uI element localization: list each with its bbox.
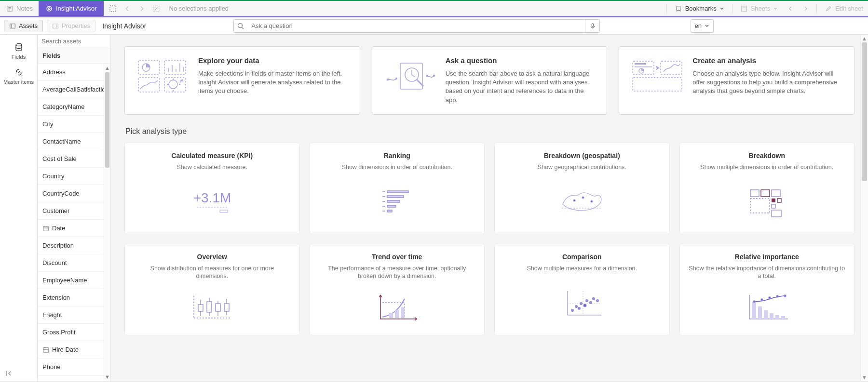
field-item[interactable]: Freight	[38, 306, 110, 324]
rail-master-items[interactable]: Master items	[0, 64, 37, 89]
selection-tool-icon[interactable]	[108, 4, 117, 13]
field-item[interactable]: Phone	[38, 358, 110, 376]
field-item[interactable]: Cost of Sale	[38, 150, 110, 168]
field-label: Hire Date	[52, 346, 79, 353]
analysis-type-card[interactable]: RankingShow dimensions in order of contr…	[310, 143, 485, 234]
analysis-type-desc: Show distribution of measures for one or…	[134, 265, 291, 280]
calendar-icon	[42, 225, 49, 232]
assets-button[interactable]: Assets	[4, 20, 43, 32]
analysis-type-card[interactable]: Calculated measure (KPI)Show calculated …	[124, 143, 300, 234]
collapse-rail-button[interactable]	[0, 366, 37, 381]
analysis-type-desc: Show multiple measures for a dimension.	[503, 265, 661, 272]
ask-question-search[interactable]	[233, 19, 600, 33]
scroll-down-icon[interactable]: ▼	[861, 374, 868, 380]
field-item[interactable]: Country	[38, 168, 110, 185]
microphone-button[interactable]	[585, 20, 599, 32]
field-label: Description	[42, 242, 74, 249]
fields-scrollbar[interactable]: ▲ ▼	[104, 64, 110, 381]
svg-rect-50	[216, 304, 220, 311]
analysis-type-desc: Show the relative importance of dimensio…	[689, 265, 846, 280]
svg-text:+3.1M: +3.1M	[193, 190, 231, 205]
page-title: Insight Advisor	[102, 22, 146, 30]
panel-right-icon	[52, 23, 59, 29]
field-item[interactable]: City	[38, 116, 110, 133]
analysis-thumb-icon	[319, 285, 476, 329]
insight-advisor-button[interactable]: Insight Advisor	[39, 1, 104, 16]
analysis-type-card[interactable]: Trend over timeThe performance of a meas…	[310, 244, 485, 335]
insight-advisor-label: Insight Advisor	[56, 5, 97, 12]
sheets-button[interactable]: Sheets	[735, 1, 783, 16]
scroll-down-icon[interactable]: ▼	[104, 372, 110, 381]
svg-rect-16	[43, 347, 49, 352]
svg-point-14	[16, 44, 22, 46]
svg-rect-30	[635, 63, 646, 65]
svg-rect-45	[777, 199, 781, 202]
ask-question-input[interactable]	[247, 20, 585, 32]
analysis-type-card[interactable]: Relative importanceShow the relative imp…	[679, 244, 855, 335]
field-item[interactable]: Hire Date	[38, 341, 110, 358]
field-item[interactable]: Customer	[38, 202, 110, 220]
language-selector[interactable]: en	[691, 19, 714, 33]
rail-fields[interactable]: Fields	[0, 39, 37, 64]
analysis-type-card[interactable]: Breakdown (geospatial)Show geographical …	[494, 143, 670, 234]
analysis-thumb-icon	[503, 277, 661, 329]
clear-selection-icon[interactable]	[152, 4, 161, 13]
intro-body: Use the search bar above to ask a natura…	[446, 69, 597, 105]
analysis-type-title: Comparison	[503, 253, 661, 261]
language-label: en	[695, 22, 702, 29]
properties-button[interactable]: Properties	[47, 20, 95, 32]
svg-point-58	[580, 302, 582, 305]
field-item[interactable]: Address	[38, 64, 110, 81]
insight-icon	[45, 5, 53, 13]
analysis-type-desc: Show multiple dimensions in order of con…	[689, 163, 846, 171]
field-item[interactable]: Extension	[38, 289, 110, 306]
svg-rect-20	[138, 78, 160, 92]
grid-icon[interactable]	[654, 5, 664, 13]
field-item[interactable]: Date	[38, 220, 110, 237]
field-item[interactable]: EmployeeName	[38, 272, 110, 289]
field-item[interactable]: CategoryName	[38, 98, 110, 116]
svg-point-39	[591, 200, 593, 202]
svg-rect-11	[53, 24, 58, 28]
fields-search-input[interactable]	[41, 38, 107, 45]
analysis-type-card[interactable]: ComparisonShow multiple measures for a d…	[494, 244, 670, 335]
svg-rect-68	[775, 315, 779, 319]
calendar-icon	[42, 346, 49, 353]
edit-sheet-button[interactable]: Edit sheet	[820, 1, 868, 16]
selection-forward-icon[interactable]	[137, 4, 146, 13]
scroll-up-icon[interactable]: ▲	[861, 36, 868, 41]
main-scrollbar[interactable]: ▲ ▼	[860, 35, 868, 381]
svg-rect-13	[592, 23, 594, 26]
svg-point-38	[582, 197, 584, 199]
svg-rect-19	[164, 60, 186, 75]
analysis-type-card[interactable]: OverviewShow distribution of measures fo…	[124, 244, 300, 335]
svg-rect-51	[224, 304, 229, 311]
svg-point-74	[784, 295, 786, 297]
intro-card: Explore your dataMake selections in fiel…	[124, 46, 360, 115]
prev-sheet-button[interactable]	[783, 1, 798, 16]
assets-label: Assets	[19, 22, 38, 29]
fields-list[interactable]: AddressAverageCallSatisfactionCategoryNa…	[38, 64, 110, 381]
chevron-down-icon	[719, 6, 724, 11]
analysis-type-card[interactable]: BreakdownShow multiple dimensions in ord…	[679, 143, 855, 234]
collapse-icon	[5, 370, 13, 377]
next-sheet-button[interactable]	[798, 1, 814, 16]
bookmarks-button[interactable]: Bookmarks	[670, 1, 729, 16]
analysis-type-desc: Show calculated measure.	[134, 163, 291, 171]
scroll-up-icon[interactable]: ▲	[104, 64, 110, 72]
field-item[interactable]: Gross Profit	[38, 324, 110, 341]
field-item[interactable]: ContactName	[38, 133, 110, 150]
field-item[interactable]: Description	[38, 237, 110, 254]
top-toolbar: Notes Insight Advisor No selections appl…	[0, 1, 868, 16]
selection-back-icon[interactable]	[123, 4, 132, 13]
intro-illustration-icon	[136, 56, 189, 95]
field-item[interactable]: AverageCallSatisfaction	[38, 81, 110, 98]
field-item[interactable]: Discount	[38, 254, 110, 272]
field-label: Phone	[42, 363, 61, 371]
sheets-icon	[740, 5, 748, 13]
svg-rect-54	[401, 307, 405, 318]
field-item[interactable]: CountryCode	[38, 185, 110, 202]
svg-point-22	[169, 80, 177, 89]
pencil-icon	[825, 5, 832, 13]
notes-button[interactable]: Notes	[0, 1, 39, 16]
